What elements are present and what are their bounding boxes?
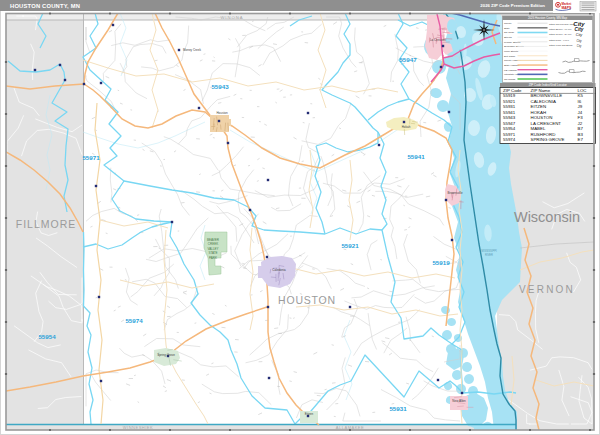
svg-text:HOKAH: HOKAH <box>531 110 547 115</box>
svg-text:PARK: PARK <box>209 256 217 260</box>
svg-text:55931: 55931 <box>503 104 516 109</box>
svg-text:VERNON: VERNON <box>519 284 575 295</box>
svg-text:Eitzen: Eitzen <box>305 412 314 416</box>
svg-text:55971: 55971 <box>503 132 516 137</box>
svg-text:CREEK: CREEK <box>208 242 218 246</box>
svg-text:F3: F3 <box>578 115 584 120</box>
svg-text:B7: B7 <box>578 126 584 131</box>
svg-text:SPRING GROVE: SPRING GROVE <box>531 137 565 142</box>
svg-text:J9: J9 <box>578 104 583 109</box>
svg-text:LOC: LOC <box>578 88 587 93</box>
svg-text:EITZEN: EITZEN <box>531 104 547 109</box>
svg-text:K5: K5 <box>578 93 584 98</box>
svg-text:Streets: Streets <box>504 36 512 39</box>
svg-text:55974: 55974 <box>503 137 516 142</box>
svg-text:55943: 55943 <box>211 83 229 90</box>
svg-text:Wisconsin: Wisconsin <box>514 209 580 225</box>
svg-text:WINNESHIEK: WINNESHIEK <box>123 425 153 430</box>
svg-text:55971: 55971 <box>82 154 100 161</box>
svg-text:I6: I6 <box>578 99 582 104</box>
svg-text:Spring Grove: Spring Grove <box>157 353 175 357</box>
svg-text:MABEL: MABEL <box>531 126 546 131</box>
svg-text:55941: 55941 <box>503 110 516 115</box>
svg-text:Brownsville: Brownsville <box>447 191 463 195</box>
svg-text:55954: 55954 <box>38 333 56 340</box>
svg-text:HOUSTON: HOUSTON <box>531 115 553 120</box>
svg-text:Secondary Streets: Secondary Streets <box>504 45 524 48</box>
svg-text:RIVER: RIVER <box>485 253 493 257</box>
svg-text:Minor Streets: Minor Streets <box>504 50 519 53</box>
svg-text:La Crescent: La Crescent <box>430 38 446 42</box>
svg-text:55954: 55954 <box>503 126 516 131</box>
svg-text:City: City <box>576 33 584 37</box>
svg-text:J4: J4 <box>578 110 583 115</box>
svg-text:55974: 55974 <box>125 317 143 324</box>
svg-text:US Highway: US Highway <box>504 69 518 72</box>
svg-text:ALLAMAKEE: ALLAMAKEE <box>336 425 364 430</box>
svg-text:State: State <box>504 27 510 30</box>
svg-text:B3: B3 <box>578 132 584 137</box>
svg-text:2026 ZIP Code Premium Edition: 2026 ZIP Code Premium Edition <box>480 3 545 8</box>
svg-text:ZIP Code Index/Grid Locator: ZIP Code Index/Grid Locator <box>529 83 567 87</box>
svg-text:HOUSTON: HOUSTON <box>278 294 336 306</box>
svg-text:FILLMORE: FILLMORE <box>16 218 77 230</box>
svg-text:ZIP Code: ZIP Code <box>504 31 515 34</box>
svg-text:VALLEY: VALLEY <box>207 247 218 251</box>
svg-text:55947: 55947 <box>503 121 516 126</box>
svg-text:HOUSTON COUNTY, MN: HOUSTON COUNTY, MN <box>10 3 80 9</box>
svg-text:County: County <box>504 22 512 25</box>
svg-text:Caledonia: Caledonia <box>272 268 286 272</box>
svg-text:BEAVER: BEAVER <box>207 238 220 242</box>
svg-text:Exit Ramp: Exit Ramp <box>504 55 516 58</box>
svg-text:55921: 55921 <box>503 99 516 104</box>
svg-text:STATE: STATE <box>208 251 217 255</box>
svg-text:RUSHFORD: RUSHFORD <box>531 132 556 137</box>
svg-text:55919: 55919 <box>432 259 450 266</box>
svg-text:J2: J2 <box>578 121 583 126</box>
svg-text:Hokah: Hokah <box>402 125 411 129</box>
svg-text:City: City <box>577 44 582 48</box>
svg-text:2026 Houston County, MN Map: 2026 Houston County, MN Map <box>528 16 567 20</box>
svg-text:Houston: Houston <box>216 111 228 115</box>
svg-text:Toll Roads: Toll Roads <box>504 78 516 81</box>
svg-text:55921: 55921 <box>341 242 359 249</box>
svg-text:55919: 55919 <box>503 93 516 98</box>
svg-text:MISSISSIPPI: MISSISSIPPI <box>481 249 497 253</box>
svg-text:City: City <box>576 39 582 43</box>
svg-text:New Albin: New Albin <box>452 399 466 403</box>
svg-text:55931: 55931 <box>389 405 407 412</box>
svg-text:BROWNSVILLE: BROWNSVILLE <box>531 93 563 98</box>
svg-text:ZIP Name: ZIP Name <box>531 88 551 93</box>
svg-text:CALEDONIA: CALEDONIA <box>531 99 556 104</box>
svg-text:55943: 55943 <box>503 115 516 120</box>
svg-text:WINONA: WINONA <box>220 15 243 20</box>
svg-text:E7: E7 <box>578 137 584 142</box>
svg-text:55947: 55947 <box>399 56 417 63</box>
svg-text:Money Creek: Money Creek <box>183 48 201 52</box>
svg-text:City: City <box>574 27 583 32</box>
svg-text:LA CRESCENT: LA CRESCENT <box>531 121 562 126</box>
svg-text:ZIP Code: ZIP Code <box>503 88 522 93</box>
svg-text:55941: 55941 <box>407 153 425 160</box>
